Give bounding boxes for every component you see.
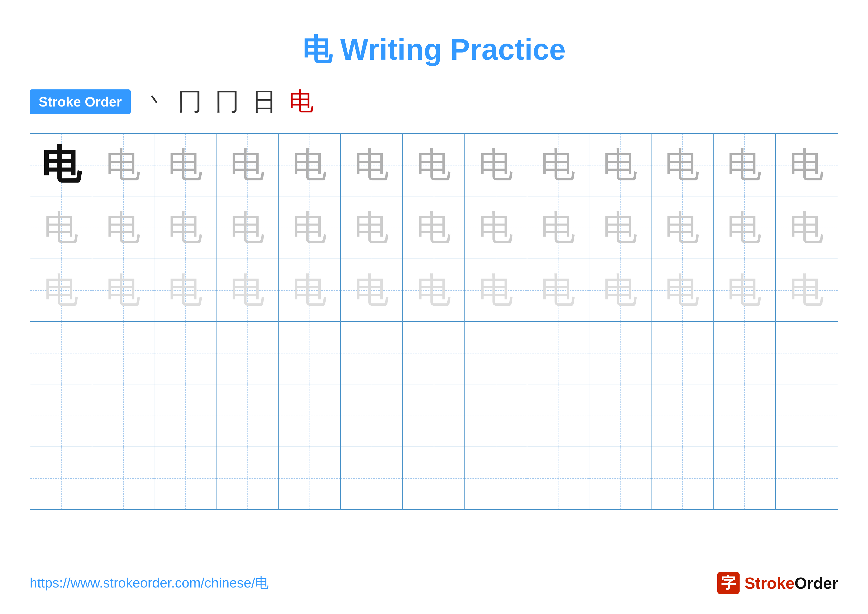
stroke-1: 丶 xyxy=(146,89,165,115)
grid-cell[interactable] xyxy=(279,384,341,446)
grid-cell[interactable] xyxy=(589,447,651,509)
grid-cell[interactable] xyxy=(217,322,279,384)
grid-cell[interactable]: 电 xyxy=(714,196,776,259)
cell-character: 电 xyxy=(603,273,637,308)
grid-cell[interactable]: 电 xyxy=(30,134,92,196)
cell-character: 电 xyxy=(727,210,762,245)
grid-cell[interactable]: 电 xyxy=(154,134,217,196)
grid-cell[interactable] xyxy=(154,384,217,446)
grid-cell[interactable]: 电 xyxy=(341,259,403,321)
grid-cell[interactable] xyxy=(527,322,589,384)
stroke-sequence: 丶 冂 冂 日 电 xyxy=(146,85,314,118)
grid-cell[interactable]: 电 xyxy=(589,259,651,321)
stroke-order-badge: Stroke Order xyxy=(30,89,131,114)
grid-cell[interactable]: 电 xyxy=(776,134,838,196)
grid-cell[interactable] xyxy=(154,322,217,384)
cell-character: 电 xyxy=(292,273,327,308)
cell-character: 电 xyxy=(230,210,265,245)
grid-cell[interactable]: 电 xyxy=(217,196,279,259)
grid-cell[interactable] xyxy=(714,384,776,446)
grid-cell[interactable]: 电 xyxy=(589,134,651,196)
grid-cell[interactable] xyxy=(465,384,527,446)
grid-cell[interactable] xyxy=(341,322,403,384)
grid-cell[interactable] xyxy=(217,384,279,446)
grid-cell[interactable]: 电 xyxy=(776,196,838,259)
cell-character: 电 xyxy=(44,210,78,245)
grid-cell[interactable] xyxy=(589,322,651,384)
grid-cell[interactable] xyxy=(217,447,279,509)
grid-cell[interactable]: 电 xyxy=(92,134,154,196)
cell-character: 电 xyxy=(727,148,762,182)
grid-cell[interactable] xyxy=(341,384,403,446)
grid-cell[interactable] xyxy=(92,447,154,509)
grid-cell[interactable] xyxy=(714,447,776,509)
grid-cell[interactable]: 电 xyxy=(527,196,589,259)
grid-cell[interactable]: 电 xyxy=(714,259,776,321)
grid-cell[interactable]: 电 xyxy=(589,196,651,259)
grid-cell[interactable]: 电 xyxy=(465,196,527,259)
stroke-5: 电 xyxy=(289,85,314,118)
page-title: 电 Writing Practice xyxy=(30,30,838,70)
grid-cell[interactable]: 电 xyxy=(651,196,714,259)
stroke-3: 冂 xyxy=(215,85,240,118)
grid-cell[interactable]: 电 xyxy=(465,134,527,196)
grid-cell[interactable] xyxy=(30,322,92,384)
grid-cell[interactable] xyxy=(527,447,589,509)
grid-cell[interactable] xyxy=(154,447,217,509)
cell-character: 电 xyxy=(230,273,265,308)
grid-cell[interactable]: 电 xyxy=(651,259,714,321)
grid-cell[interactable]: 电 xyxy=(279,259,341,321)
grid-cell[interactable]: 电 xyxy=(279,196,341,259)
grid-cell[interactable]: 电 xyxy=(714,134,776,196)
grid-cell[interactable]: 电 xyxy=(651,134,714,196)
cell-character: 电 xyxy=(665,273,699,308)
grid-cell[interactable]: 电 xyxy=(217,134,279,196)
grid-cell[interactable]: 电 xyxy=(217,259,279,321)
grid-cell[interactable]: 电 xyxy=(341,134,403,196)
grid-cell[interactable] xyxy=(92,384,154,446)
grid-cell[interactable] xyxy=(279,447,341,509)
cell-character: 电 xyxy=(106,210,141,245)
footer-url: https://www.strokeorder.com/chinese/电 xyxy=(30,574,269,592)
grid-cell[interactable] xyxy=(30,447,92,509)
grid-cell[interactable]: 电 xyxy=(527,134,589,196)
grid-cell[interactable] xyxy=(776,447,838,509)
grid-cell[interactable] xyxy=(714,322,776,384)
grid-cell[interactable] xyxy=(403,322,465,384)
grid-cell[interactable] xyxy=(92,322,154,384)
grid-cell[interactable]: 电 xyxy=(527,259,589,321)
cell-character: 电 xyxy=(292,210,327,245)
grid-cell[interactable]: 电 xyxy=(92,196,154,259)
grid-cell[interactable] xyxy=(279,322,341,384)
grid-cell[interactable]: 电 xyxy=(403,259,465,321)
grid-cell[interactable] xyxy=(403,384,465,446)
grid-cell[interactable] xyxy=(465,447,527,509)
grid-cell[interactable] xyxy=(776,322,838,384)
grid-cell[interactable] xyxy=(527,384,589,446)
cell-character: 电 xyxy=(417,273,451,308)
grid-cell[interactable] xyxy=(776,384,838,446)
grid-cell[interactable] xyxy=(465,322,527,384)
cell-character: 电 xyxy=(541,210,575,245)
grid-cell[interactable]: 电 xyxy=(341,196,403,259)
grid-cell[interactable] xyxy=(651,322,714,384)
cell-character: 电 xyxy=(603,210,637,245)
grid-cell[interactable] xyxy=(651,384,714,446)
grid-cell[interactable] xyxy=(30,384,92,446)
grid-cell[interactable]: 电 xyxy=(30,196,92,259)
grid-cell[interactable]: 电 xyxy=(403,134,465,196)
grid-cell[interactable]: 电 xyxy=(154,196,217,259)
grid-cell[interactable] xyxy=(403,447,465,509)
grid-cell[interactable]: 电 xyxy=(92,259,154,321)
grid-cell[interactable] xyxy=(341,447,403,509)
grid-cell[interactable]: 电 xyxy=(776,259,838,321)
cell-character: 电 xyxy=(41,145,81,185)
grid-cell[interactable]: 电 xyxy=(154,259,217,321)
grid-cell[interactable]: 电 xyxy=(279,134,341,196)
grid-cell[interactable]: 电 xyxy=(30,259,92,321)
cell-character: 电 xyxy=(168,273,203,308)
grid-cell[interactable] xyxy=(651,447,714,509)
grid-cell[interactable] xyxy=(589,384,651,446)
grid-cell[interactable]: 电 xyxy=(465,259,527,321)
grid-cell[interactable]: 电 xyxy=(403,196,465,259)
